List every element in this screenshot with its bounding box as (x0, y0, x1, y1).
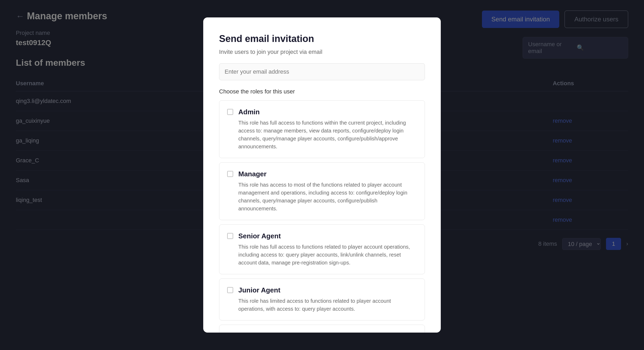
send-invitation-modal: Send email invitation Invite users to jo… (203, 17, 441, 332)
modal-subtitle: Invite users to join your project via em… (219, 49, 425, 55)
role-name: Admin (238, 108, 417, 116)
role-info-senior-agent: Senior Agent This role has full access t… (238, 232, 417, 267)
role-checkbox-junior-agent[interactable] (227, 287, 233, 293)
role-name: Manager (238, 170, 417, 178)
role-description: This role has full access to functions w… (238, 119, 417, 150)
role-card-senior-agent: Senior Agent This role has full access t… (219, 224, 425, 274)
role-checkbox-senior-agent[interactable] (227, 233, 233, 239)
role-description: This role has full access to functions r… (238, 243, 417, 267)
role-description: This role has access to most of the func… (238, 181, 417, 212)
role-card-author: Author This role has limited access to f… (219, 325, 425, 332)
role-card-admin: Admin This role has full access to funct… (219, 100, 425, 158)
role-card-manager: Manager This role has access to most of … (219, 162, 425, 220)
role-info-manager: Manager This role has access to most of … (238, 170, 417, 212)
role-checkbox-manager[interactable] (227, 171, 233, 177)
role-card-junior-agent: Junior Agent This role has limited acces… (219, 278, 425, 320)
role-name: Senior Agent (238, 232, 417, 240)
role-info-admin: Admin This role has full access to funct… (238, 108, 417, 150)
role-info-junior-agent: Junior Agent This role has limited acces… (238, 286, 417, 313)
email-input[interactable] (219, 63, 425, 80)
modal-overlay: Send email invitation Invite users to jo… (0, 0, 644, 350)
role-name: Junior Agent (238, 286, 417, 294)
roles-container: Admin This role has full access to funct… (219, 100, 425, 332)
role-checkbox-admin[interactable] (227, 109, 233, 115)
role-section-label: Choose the roles for this user (219, 88, 425, 95)
role-description: This role has limited access to function… (238, 297, 417, 313)
modal-title: Send email invitation (219, 33, 425, 44)
